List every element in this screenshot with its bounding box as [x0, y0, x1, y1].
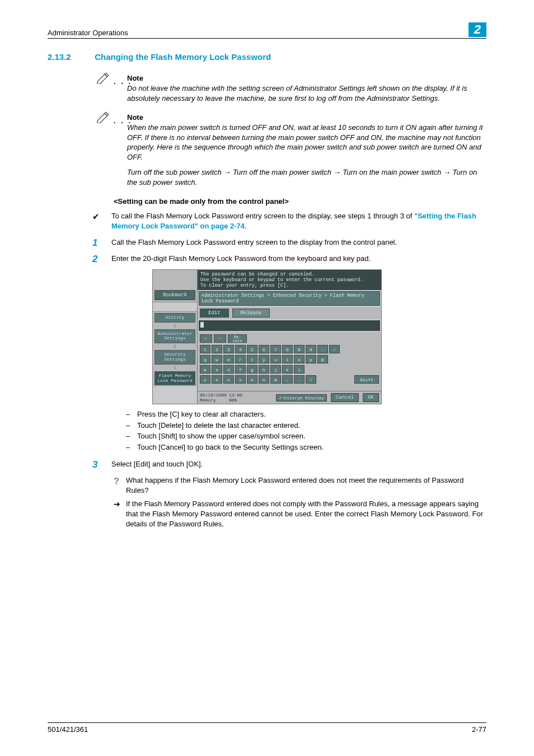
- prereq-row: ✔ To call the Flash Memory Lock Password…: [92, 211, 486, 231]
- key-x[interactable]: x: [212, 375, 222, 384]
- key-g[interactable]: g: [247, 365, 257, 374]
- tab-edit[interactable]: Edit: [200, 309, 229, 318]
- note-block: . . . Note Do not leave the machine with…: [114, 74, 486, 103]
- note-block: . . . Note When the main power switch is…: [114, 113, 486, 187]
- ellipsis-icon: . . .: [114, 116, 132, 125]
- key-shift[interactable]: Shift: [354, 375, 379, 384]
- key-w[interactable]: w: [212, 355, 222, 363]
- key-b[interactable]: b: [247, 375, 257, 384]
- key-8[interactable]: 8: [282, 345, 293, 353]
- onscreen-keyboard: ← → De-lete 1234567890-~ qwertyuiop@ asd…: [198, 332, 381, 391]
- prereq-text: To call the Flash Memory Lock Password e…: [111, 211, 486, 231]
- note-label: Note: [127, 113, 486, 122]
- key-5[interactable]: 5: [247, 345, 257, 353]
- key-~[interactable]: ~: [329, 345, 340, 353]
- breadcrumb: Administrator Settings > Enhanced Securi…: [199, 291, 380, 306]
- key-2[interactable]: 2: [212, 345, 222, 353]
- key-9[interactable]: 9: [294, 345, 305, 353]
- enlarge-display-button[interactable]: ⤢Enlarge Display: [276, 394, 327, 402]
- key-d[interactable]: d: [223, 365, 234, 374]
- tip-text: Touch [Cancel] to go back to the Securit…: [137, 442, 324, 453]
- key-c[interactable]: c: [223, 375, 234, 384]
- step-row: 3 Select [Edit] and touch [OK].: [92, 459, 486, 469]
- key-@[interactable]: @: [317, 355, 328, 363]
- key-k[interactable]: k: [282, 365, 293, 374]
- key-delete[interactable]: De-lete: [228, 334, 247, 343]
- pencil-icon: [96, 111, 111, 123]
- tip-text: Touch [Delete] to delete the last charac…: [137, 420, 300, 431]
- key-u[interactable]: u: [270, 355, 281, 363]
- key-m[interactable]: m: [270, 375, 281, 384]
- step-text: Select [Edit] and touch [OK].: [111, 459, 203, 469]
- key-j[interactable]: j: [270, 365, 281, 374]
- note-body: When the main power switch is turned OFF…: [127, 123, 486, 162]
- key-left[interactable]: ←: [200, 334, 212, 343]
- key-/[interactable]: /: [306, 375, 316, 384]
- key-0[interactable]: 0: [306, 345, 316, 353]
- cancel-button[interactable]: Cancel: [331, 393, 359, 402]
- question-text: What happens if the Flash Memory Lock Pa…: [126, 475, 486, 496]
- pencil-icon: [96, 72, 111, 84]
- key-l[interactable]: l: [294, 365, 305, 374]
- tab-release[interactable]: Release: [232, 309, 270, 318]
- sidebar-security-settings[interactable]: Security Settings: [154, 350, 195, 365]
- key-right[interactable]: →: [214, 334, 226, 343]
- subheading: <Setting can be made only from the contr…: [114, 197, 486, 206]
- ok-button[interactable]: OK: [363, 393, 379, 402]
- arrow-down-icon: ↓: [153, 324, 197, 328]
- device-instructions: The password can be changed or canceled.…: [198, 270, 381, 291]
- footer-left: 501/421/361: [48, 725, 88, 734]
- key-i[interactable]: i: [282, 355, 293, 363]
- key--[interactable]: -: [317, 345, 328, 353]
- key-h[interactable]: h: [259, 365, 269, 374]
- key-4[interactable]: 4: [235, 345, 246, 353]
- section-number: 2.13.2: [48, 52, 92, 62]
- arrow-down-icon: ↓: [153, 366, 197, 370]
- note-body-extra: Turn off the sub power switch → Turn off…: [127, 167, 486, 187]
- step-number: 2: [92, 254, 111, 264]
- key-3[interactable]: 3: [223, 345, 234, 353]
- key-,[interactable]: ,: [282, 375, 293, 384]
- password-input[interactable]: [199, 320, 380, 331]
- key-y[interactable]: y: [259, 355, 269, 363]
- key-o[interactable]: o: [294, 355, 305, 363]
- key-f[interactable]: f: [235, 365, 246, 374]
- key-v[interactable]: v: [235, 375, 246, 384]
- question-row: ? What happens if the Flash Memory Lock …: [114, 475, 486, 496]
- key-t[interactable]: t: [247, 355, 257, 363]
- checkmark-icon: ✔: [92, 211, 111, 231]
- key-a[interactable]: a: [200, 365, 210, 374]
- tip-text: Touch [Shift] to show the upper case/sym…: [137, 431, 306, 442]
- section-heading: 2.13.2 Changing the Flash Memory Lock Pa…: [48, 52, 486, 62]
- question-icon: ?: [114, 475, 126, 496]
- chapter-number: 2: [469, 22, 486, 37]
- key-z[interactable]: z: [200, 375, 210, 384]
- sidebar-utility[interactable]: Utility: [154, 313, 195, 323]
- arrow-right-icon: ➔: [114, 499, 126, 530]
- bookmark-button[interactable]: Bookmark: [154, 290, 195, 300]
- note-label: Note: [127, 74, 486, 82]
- arrow-down-icon: ↓: [153, 344, 197, 349]
- key-n[interactable]: n: [259, 375, 269, 384]
- sidebar-admin-settings[interactable]: Administrator Settings: [154, 329, 195, 344]
- tips-list: –Press the [C] key to clear all characte…: [126, 409, 486, 452]
- note-body: Do not leave the machine with the settin…: [127, 83, 486, 103]
- tip-text: Press the [C] key to clear all character…: [137, 409, 266, 420]
- key-p[interactable]: p: [306, 355, 316, 363]
- step-text: Call the Flash Memory Lock Password entr…: [111, 237, 397, 248]
- key-.[interactable]: .: [294, 375, 305, 384]
- answer-row: ➔ If the Flash Memory Password entered d…: [114, 499, 486, 530]
- key-s[interactable]: s: [212, 365, 222, 374]
- step-row: 1 Call the Flash Memory Lock Password en…: [92, 237, 486, 248]
- key-7[interactable]: 7: [270, 345, 281, 353]
- sidebar-flash-memory[interactable]: Flash Memory Lock Password: [154, 371, 195, 386]
- key-6[interactable]: 6: [259, 345, 269, 353]
- key-q[interactable]: q: [200, 355, 210, 363]
- device-footer: 06/19/2008 Memory 13:08 90% ⤢Enlarge Dis…: [198, 391, 381, 404]
- key-1[interactable]: 1: [200, 345, 210, 353]
- step-row: 2 Enter the 20-digit Flash Memory Lock P…: [92, 254, 486, 264]
- step-text: Enter the 20-digit Flash Memory Lock Pas…: [111, 254, 371, 264]
- key-e[interactable]: e: [223, 355, 234, 363]
- key-r[interactable]: r: [235, 355, 246, 363]
- answer-text: If the Flash Memory Password entered doe…: [126, 499, 486, 530]
